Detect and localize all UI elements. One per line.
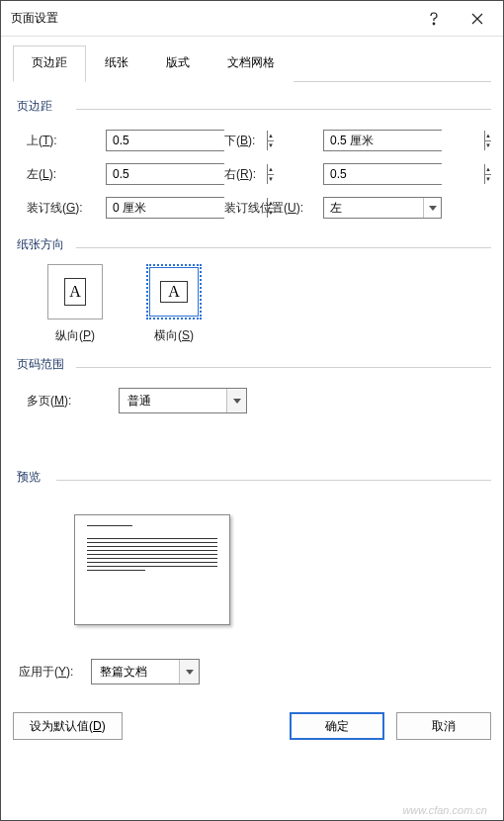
cancel-button[interactable]: 取消 <box>396 712 491 740</box>
chevron-down-icon[interactable] <box>423 198 441 218</box>
spin-down-icon[interactable]: ▼ <box>485 141 491 151</box>
combo-gutter-pos[interactable]: 左 <box>323 197 442 219</box>
orientation-portrait-label: 纵向(P) <box>41 327 110 344</box>
dialog-title: 页面设置 <box>11 10 412 27</box>
group-pages-label: 页码范围 <box>17 356 491 373</box>
apply-row: 应用于(Y): 整篇文档 <box>19 659 491 684</box>
svg-point-0 <box>433 23 435 25</box>
tab-paper[interactable]: 纸张 <box>86 46 147 82</box>
combo-gutter-pos-value: 左 <box>324 198 423 218</box>
label-apply: 应用于(Y): <box>19 664 73 681</box>
tab-layout[interactable]: 版式 <box>147 46 209 82</box>
label-bottom: 下(B): <box>224 133 323 149</box>
help-button[interactable] <box>412 3 456 35</box>
spin-top[interactable]: ▲▼ <box>106 130 224 151</box>
label-left: 左(L): <box>27 166 106 183</box>
label-right: 右(R): <box>224 166 323 183</box>
label-multi: 多页(M): <box>27 393 71 410</box>
spin-right[interactable]: ▲▼ <box>323 163 442 185</box>
page-setup-dialog: 页面设置 页边距 纸张 版式 文档网格 页边距 上(T): ▲▼ 下(B): <box>0 0 504 821</box>
orientation-row: A 纵向(P) A 横向(S) <box>41 264 491 344</box>
chevron-down-icon[interactable] <box>226 389 246 412</box>
spin-bottom[interactable]: ▲▼ <box>323 130 442 151</box>
combo-apply-value: 整篇文档 <box>92 660 179 684</box>
orientation-portrait[interactable]: A 纵向(P) <box>41 264 110 344</box>
combo-apply[interactable]: 整篇文档 <box>91 659 200 684</box>
input-right[interactable] <box>324 164 484 184</box>
group-margins-label: 页边距 <box>17 98 491 115</box>
preview-page-icon <box>74 514 230 625</box>
input-bottom[interactable] <box>324 131 484 150</box>
pages-row: 多页(M): 普通 <box>27 388 491 413</box>
landscape-page-icon: A <box>160 281 188 303</box>
spin-up-icon[interactable]: ▲ <box>485 164 491 175</box>
tab-grid[interactable]: 文档网格 <box>209 46 294 82</box>
label-top: 上(T): <box>27 133 106 149</box>
close-button[interactable] <box>456 3 499 35</box>
dialog-footer: 设为默认值(D) 确定 取消 <box>13 712 491 740</box>
spin-down-icon[interactable]: ▼ <box>485 175 491 185</box>
spin-left[interactable]: ▲▼ <box>106 163 224 185</box>
orientation-landscape-label: 横向(S) <box>139 327 209 344</box>
dialog-body: 页边距 纸张 版式 文档网格 页边距 上(T): ▲▼ 下(B): ▲▼ 左(L… <box>1 37 503 820</box>
combo-multi[interactable]: 普通 <box>119 388 247 413</box>
set-default-button[interactable]: 设为默认值(D) <box>13 712 123 740</box>
spin-up-icon[interactable]: ▲ <box>485 131 491 141</box>
tab-margins[interactable]: 页边距 <box>13 46 86 82</box>
tab-strip: 页边距 纸张 版式 文档网格 <box>13 45 491 82</box>
label-gutter-pos: 装订线位置(U): <box>224 200 323 217</box>
margins-grid: 上(T): ▲▼ 下(B): ▲▼ 左(L): ▲▼ 右(R): ▲▼ 装订线(… <box>27 130 491 219</box>
group-preview-label: 预览 <box>17 469 491 486</box>
titlebar: 页面设置 <box>1 1 503 37</box>
group-orient-label: 纸张方向 <box>17 236 491 253</box>
ok-button[interactable]: 确定 <box>290 712 384 740</box>
chevron-down-icon[interactable] <box>179 660 199 684</box>
orientation-landscape[interactable]: A 横向(S) <box>139 264 209 344</box>
spin-gutter[interactable]: ▲▼ <box>106 197 224 219</box>
label-gutter: 装订线(G): <box>27 200 106 217</box>
combo-multi-value: 普通 <box>120 389 226 412</box>
portrait-page-icon: A <box>64 278 86 306</box>
